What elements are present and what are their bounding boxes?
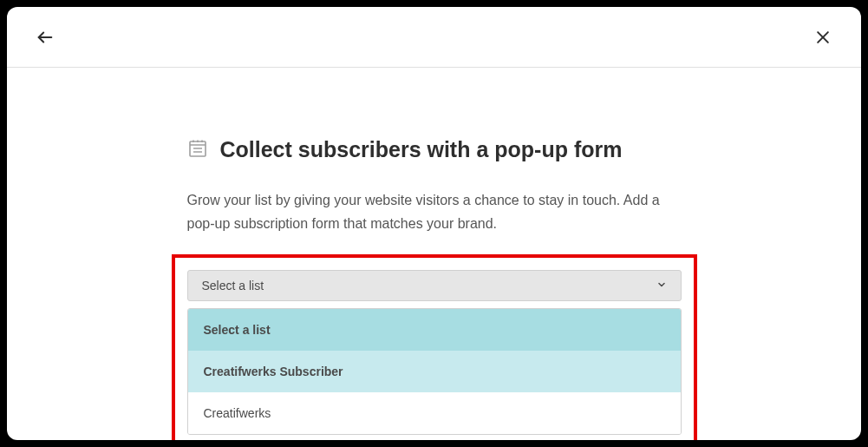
dropdown-option-1[interactable]: Creatifwerks Subscriber xyxy=(188,351,681,392)
close-button[interactable] xyxy=(809,23,837,51)
page-title: Collect subscribers with a pop-up form xyxy=(220,137,623,162)
back-button[interactable] xyxy=(31,23,59,51)
list-dropdown: Select a list Creatifwerks Subscriber Cr… xyxy=(187,308,682,435)
highlight-annotation: Select a list Select a list Creatifwerks… xyxy=(172,254,697,440)
dropdown-option-label: Creatifwerks Subscriber xyxy=(204,365,343,378)
modal-content: Collect subscribers with a pop-up form G… xyxy=(7,68,861,440)
title-row: Collect subscribers with a pop-up form xyxy=(187,137,682,162)
chevron-down-icon xyxy=(656,279,667,293)
dropdown-option-placeholder[interactable]: Select a list xyxy=(188,309,681,351)
close-icon xyxy=(814,29,832,46)
dropdown-option-label: Select a list xyxy=(204,323,271,337)
list-select[interactable]: Select a list xyxy=(187,270,682,301)
description-text: Grow your list by giving your website vi… xyxy=(187,188,682,235)
dropdown-option-label: Creatifwerks xyxy=(204,406,271,420)
modal-topbar xyxy=(7,7,861,68)
dropdown-option-2[interactable]: Creatifwerks xyxy=(188,392,681,434)
select-label: Select a list xyxy=(202,279,264,293)
arrow-left-icon xyxy=(36,28,55,47)
modal-window: Collect subscribers with a pop-up form G… xyxy=(7,7,861,440)
form-icon xyxy=(187,138,208,162)
